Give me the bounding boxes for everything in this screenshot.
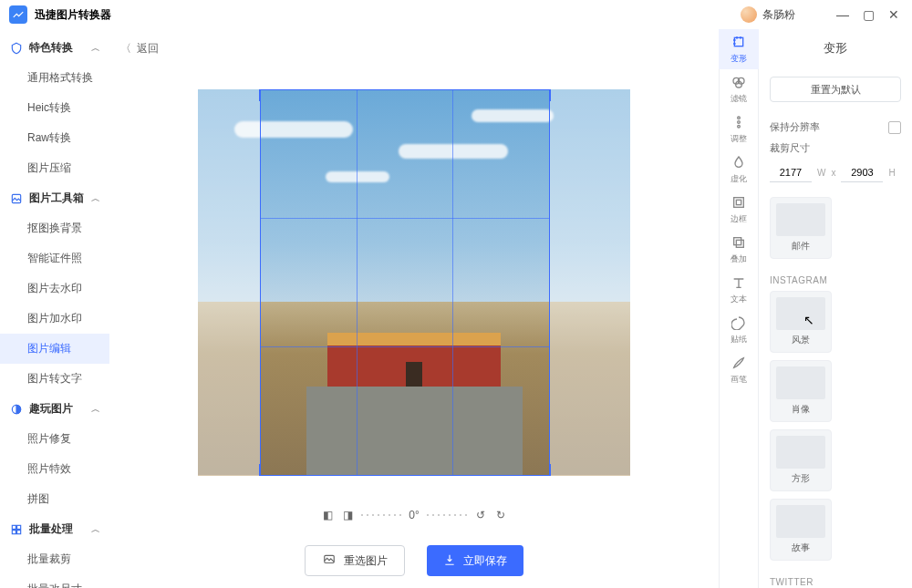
group-icon	[9, 191, 24, 206]
sidebar-group[interactable]: 图片工具箱︿	[0, 183, 109, 213]
keep-ratio-checkbox[interactable]	[888, 121, 901, 134]
preset-label: 风景	[792, 334, 810, 346]
preset-mail[interactable]: 邮件	[770, 197, 832, 259]
reset-button[interactable]: 重置为默认	[770, 77, 901, 102]
blur-icon	[731, 154, 747, 170]
svg-point-12	[738, 121, 741, 124]
sidebar-item[interactable]: 图片加水印	[0, 304, 109, 334]
close-button[interactable]: ✕	[881, 2, 907, 27]
crop-handle-tl[interactable]	[259, 89, 272, 101]
crop-width-input[interactable]	[770, 162, 812, 182]
times-label: x	[831, 168, 835, 178]
svg-rect-2	[12, 525, 16, 529]
transform-icon	[731, 34, 747, 50]
width-unit: W	[817, 168, 825, 178]
crop-preset[interactable]: 肖像	[770, 360, 832, 422]
group-icon	[9, 402, 24, 417]
main: 特色转换︿通用格式转换Heic转换Raw转换图片压缩图片工具箱︿抠图换背景智能证…	[0, 29, 912, 588]
svg-point-11	[738, 117, 741, 119]
crop-rect[interactable]	[260, 89, 550, 476]
crop-height-input[interactable]	[841, 162, 883, 182]
sidebar-item[interactable]: 抠图换背景	[0, 213, 109, 243]
rotate-slider[interactable]: ◧ ◨ 0° ↺ ↻	[109, 497, 719, 533]
height-unit: H	[888, 168, 895, 178]
preset-label: 故事	[792, 542, 810, 554]
sidebar-item[interactable]: 批量裁剪	[0, 544, 109, 574]
chevron-left-icon: 〈	[120, 41, 131, 57]
chevron-up-icon: ︿	[91, 192, 100, 205]
svg-rect-4	[12, 530, 16, 533]
crop-preset[interactable]: 方形	[770, 429, 832, 491]
tool-frame[interactable]: 边框	[719, 190, 759, 230]
svg-rect-5	[17, 530, 21, 533]
sidebar-item[interactable]: 图片转文字	[0, 364, 109, 394]
section-instagram-title: INSTAGRAM	[770, 275, 901, 285]
sidebar-item[interactable]: 照片特效	[0, 454, 109, 484]
preset-label: 邮件	[792, 240, 810, 253]
minimize-button[interactable]: —	[830, 2, 855, 27]
redo-icon[interactable]: ↻	[494, 509, 507, 521]
sidebar-item[interactable]: 批量改尺寸	[0, 574, 109, 588]
save-button[interactable]: 立即保存	[427, 545, 523, 576]
tool-text[interactable]: 文本	[719, 270, 759, 310]
tool-filter[interactable]: 滤镜	[719, 69, 759, 109]
chevron-up-icon: ︿	[91, 42, 100, 55]
sidebar-group[interactable]: 趣玩图片︿	[0, 394, 109, 424]
svg-rect-17	[736, 240, 743, 247]
user-chip[interactable]: 条肠粉	[741, 6, 795, 23]
overlay-icon	[731, 234, 747, 251]
tool-transform[interactable]: 变形	[719, 29, 759, 69]
maximize-button[interactable]: ▢	[855, 2, 881, 27]
sidebar-item[interactable]: 图片压缩	[0, 153, 109, 183]
sidebar-item[interactable]: 图片编辑	[0, 334, 109, 364]
image-icon	[322, 553, 337, 569]
crop-preset[interactable]: 故事	[770, 499, 832, 561]
back-button[interactable]: 〈 返回	[120, 41, 159, 57]
sidebar-group[interactable]: 批量处理︿	[0, 514, 109, 544]
adjust-icon	[731, 114, 747, 130]
sidebar-group[interactable]: 特色转换︿	[0, 33, 109, 63]
frame-icon	[731, 194, 747, 211]
preset-label: 肖像	[792, 403, 810, 416]
sidebar-item[interactable]: 拼图	[0, 484, 109, 514]
tool-blur[interactable]: 虚化	[719, 150, 759, 190]
section-twitter-title: TWITTER	[770, 577, 901, 587]
crop-preset[interactable]: ↖风景	[770, 291, 832, 353]
download-icon	[443, 553, 456, 569]
menu-icon	[804, 2, 830, 27]
back-label: 返回	[137, 41, 159, 57]
menu-button[interactable]	[804, 2, 830, 27]
username: 条肠粉	[762, 7, 795, 23]
tool-sticker[interactable]: 贴纸	[719, 310, 759, 350]
sidebar-item[interactable]: Raw转换	[0, 123, 109, 153]
svg-rect-3	[17, 525, 21, 529]
cursor-icon: ↖	[803, 313, 814, 327]
group-icon	[9, 41, 24, 56]
crop-handle-br[interactable]	[538, 464, 551, 476]
sidebar-item[interactable]: 智能证件照	[0, 243, 109, 273]
center-pane: 〈 返回	[109, 29, 719, 588]
app-logo-icon	[9, 5, 27, 24]
sidebar-item[interactable]: Heic转换	[0, 93, 109, 123]
undo-icon[interactable]: ↺	[474, 509, 487, 521]
image-canvas[interactable]	[198, 89, 630, 476]
sidebar-item[interactable]: 通用格式转换	[0, 63, 109, 93]
contrast-low-icon: ◧	[321, 509, 334, 521]
svg-rect-0	[12, 194, 20, 202]
tool-overlay[interactable]: 叠加	[719, 230, 759, 270]
contrast-high-icon: ◨	[341, 509, 354, 521]
preset-label: 方形	[792, 472, 810, 485]
group-icon	[9, 522, 24, 537]
sticker-icon	[731, 315, 747, 331]
crop-handle-tr[interactable]	[538, 89, 551, 101]
titlebar: 迅捷图片转换器 条肠粉 — ▢ ✕	[0, 0, 912, 29]
crop-handle-bl[interactable]	[259, 464, 272, 476]
reselect-button[interactable]: 重选图片	[305, 545, 405, 576]
tool-adjust[interactable]: 调整	[719, 109, 759, 150]
save-label: 立即保存	[463, 553, 507, 569]
app-title: 迅捷图片转换器	[35, 7, 111, 23]
sidebar-item[interactable]: 照片修复	[0, 424, 109, 454]
tool-brush[interactable]: 画笔	[719, 350, 759, 390]
sidebar-item[interactable]: 图片去水印	[0, 273, 109, 304]
chevron-up-icon: ︿	[91, 523, 100, 536]
